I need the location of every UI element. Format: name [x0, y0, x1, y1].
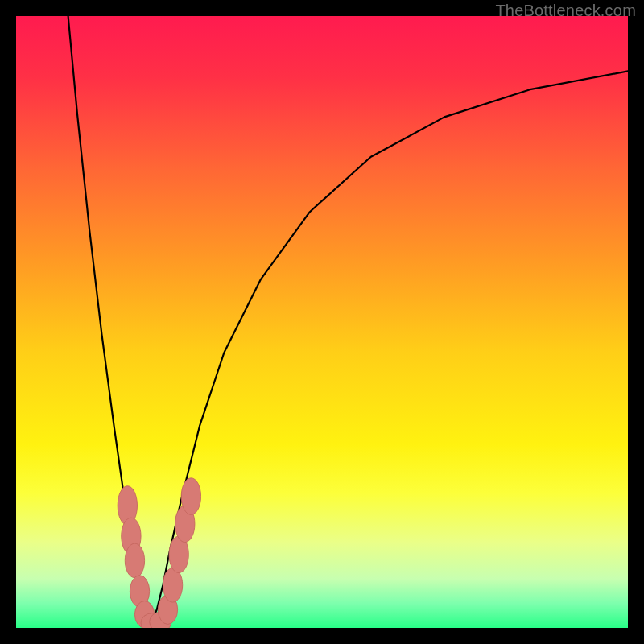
chart-frame: TheBottleneck.com	[0, 0, 644, 644]
watermark-text: TheBottleneck.com	[495, 2, 636, 20]
plot-area	[16, 16, 628, 628]
data-marker	[125, 543, 144, 578]
data-marker	[181, 478, 200, 515]
chart-curve	[16, 16, 628, 628]
series-right-branch	[151, 71, 628, 625]
